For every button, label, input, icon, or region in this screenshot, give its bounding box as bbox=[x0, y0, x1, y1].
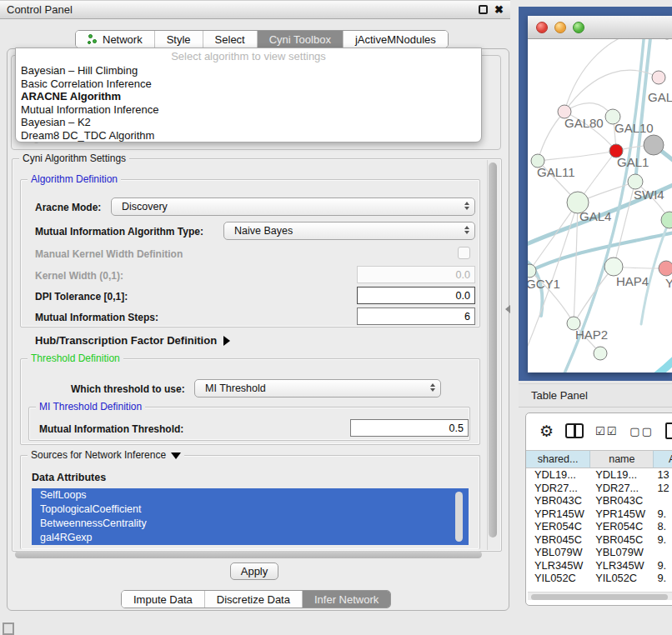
table-cell: YBR045C bbox=[590, 533, 654, 547]
tab-select[interactable]: Select bbox=[203, 31, 258, 48]
which-threshold-combo[interactable]: MI Threshold bbox=[194, 379, 441, 398]
table-panel-titlebar: Table Panel bbox=[519, 383, 672, 408]
node-Y[interactable] bbox=[659, 261, 672, 276]
function-builder-icon[interactable] bbox=[665, 422, 672, 439]
algorithm-option[interactable]: Dream8 DC_TDC Algorithm bbox=[16, 129, 481, 142]
table-cell: YIL052C bbox=[526, 572, 590, 585]
tab-discretize-data[interactable]: Discretize Data bbox=[205, 591, 303, 608]
table-cell: 8. bbox=[654, 520, 672, 533]
data-attribute-item[interactable]: TopologicalCoefficient bbox=[32, 502, 469, 517]
table-rows: YDL19...YDL19...13YDR27...YDR27...12YBR0… bbox=[526, 468, 672, 590]
float-panel-icon[interactable] bbox=[479, 5, 488, 14]
algorithm-option[interactable]: ARACNE Algorithm bbox=[16, 90, 481, 103]
tab-cyni-toolbox[interactable]: Cyni Toolbox bbox=[258, 31, 344, 48]
panel-title: Control Panel bbox=[7, 3, 73, 16]
settings-hscroll-thumb[interactable] bbox=[15, 551, 482, 558]
algorithm-option[interactable]: Bayesian – K2 bbox=[16, 116, 481, 129]
dpi-tolerance-field[interactable]: 0.0 bbox=[357, 287, 475, 304]
tab-network[interactable]: Network bbox=[76, 31, 155, 48]
mi-steps-field[interactable]: 6 bbox=[357, 308, 475, 325]
apply-button[interactable]: Apply bbox=[230, 562, 278, 580]
which-threshold-value: MI Threshold bbox=[205, 382, 266, 394]
tab-impute-data[interactable]: Impute Data bbox=[122, 591, 205, 608]
network-window-titlebar[interactable] bbox=[528, 16, 672, 39]
table-cell: 9. bbox=[654, 533, 672, 547]
zoom-traffic-light-icon[interactable] bbox=[573, 22, 584, 33]
aracne-mode-combo[interactable]: Discovery bbox=[111, 198, 475, 216]
network-window[interactable]: GALGAL80GAL10GAL1GAL11SWI4GAL4GCY1HAP4YH… bbox=[528, 16, 672, 372]
cyni-mode-tabs: Impute DataDiscretize DataInfer Network bbox=[121, 590, 391, 608]
node-label-GAL4: GAL4 bbox=[579, 209, 611, 223]
node-GAL[interactable] bbox=[652, 71, 665, 84]
table-row[interactable]: YBR045CYBR045C9. bbox=[526, 533, 672, 547]
minimize-traffic-light-icon[interactable] bbox=[554, 22, 566, 33]
manual-kernel-label: Manual Kernel Width Definition bbox=[35, 248, 183, 260]
column-header-name[interactable]: name bbox=[590, 450, 654, 468]
network-graph-icon bbox=[88, 34, 98, 45]
table-cell: YER054C bbox=[526, 520, 590, 533]
mi-steps-label: Mutual Information Steps: bbox=[35, 312, 158, 323]
mi-type-combo[interactable]: Naive Bayes bbox=[223, 222, 475, 240]
tab-jactivemnodules[interactable]: jActiveMNodules bbox=[344, 31, 448, 48]
close-traffic-light-icon[interactable] bbox=[536, 22, 548, 33]
hub-definition-toggle[interactable]: Hub/Transcription Factor Definition bbox=[35, 334, 230, 347]
table-row[interactable]: YLR345WYLR345W9. bbox=[526, 559, 672, 572]
mi-type-label: Mutual Information Algorithm Type: bbox=[35, 226, 203, 238]
table-cell: YLR345W bbox=[526, 559, 590, 572]
aracne-mode-value: Discovery bbox=[122, 201, 168, 212]
column-split-icon[interactable] bbox=[565, 423, 584, 438]
combo-stepper-icon bbox=[464, 226, 469, 234]
table-cell: 12 bbox=[654, 482, 672, 495]
table-row[interactable]: YDR27...YDR27...12 bbox=[526, 482, 672, 495]
tab-style[interactable]: Style bbox=[155, 31, 203, 48]
column-header-shared...[interactable]: shared... bbox=[526, 450, 590, 468]
table-row[interactable]: YDL19...YDL19...13 bbox=[526, 468, 672, 482]
node-HAP4[interactable] bbox=[604, 258, 623, 276]
attr-list-scrollbar[interactable] bbox=[455, 492, 463, 542]
data-attributes-list: SelfLoopsTopologicalCoefficientBetweenne… bbox=[32, 488, 469, 548]
table-cell: YDR27... bbox=[590, 482, 654, 495]
node-label-GAL10: GAL10 bbox=[614, 121, 654, 135]
mi-threshold-field[interactable]: 0.5 bbox=[350, 419, 469, 437]
node-unlabeled[interactable] bbox=[661, 212, 672, 228]
table-row[interactable]: YBL079WYBL079W bbox=[526, 546, 672, 559]
table-cell: 9. bbox=[654, 508, 672, 521]
gear-icon[interactable]: ⚙ bbox=[539, 422, 554, 441]
tab-infer-network[interactable]: Infer Network bbox=[303, 591, 390, 608]
data-attribute-item[interactable]: SelfLoops bbox=[32, 488, 469, 502]
dock-square-icon[interactable] bbox=[3, 622, 14, 635]
close-icon[interactable]: ✖ bbox=[494, 5, 504, 14]
table-hscroll-track[interactable] bbox=[528, 592, 672, 600]
select-all-checkboxes-icon[interactable]: ☑☑ bbox=[595, 425, 618, 438]
table-panel-body: ⚙ ☑☑ ▢▢ shared...nameA YDL19...YDL19...1… bbox=[525, 412, 672, 606]
algorithm-option[interactable]: Bayesian – Hill Climbing bbox=[16, 64, 481, 78]
manual-kernel-checkbox[interactable] bbox=[458, 247, 470, 259]
splitter-handle-icon[interactable] bbox=[505, 305, 510, 313]
table-cell: YDR27... bbox=[526, 482, 590, 495]
table-cell: YBR045C bbox=[526, 533, 590, 547]
mi-threshold-title: MI Threshold Definition bbox=[36, 401, 145, 412]
control-panel-tabs: NetworkStyleSelectCyni ToolboxjActiveMNo… bbox=[75, 30, 449, 48]
algorithm-option[interactable]: Mutual Information Inference bbox=[16, 103, 481, 117]
settings-vscroll-thumb[interactable] bbox=[489, 162, 497, 538]
expanded-arrow-icon[interactable] bbox=[171, 452, 181, 459]
node-label-HAP4: HAP4 bbox=[616, 274, 649, 288]
kernel-width-label: Kernel Width (0,1): bbox=[35, 270, 123, 282]
table-row[interactable]: YER054CYER054C8. bbox=[526, 520, 672, 533]
table-cell: YBL079W bbox=[590, 546, 654, 559]
kernel-width-field[interactable]: 0.0 bbox=[357, 266, 475, 283]
data-attribute-item[interactable]: gal4RGexp bbox=[32, 531, 469, 545]
column-header-A[interactable]: A bbox=[654, 450, 672, 468]
table-row[interactable]: YBR043CYBR043C bbox=[526, 494, 672, 508]
dpi-tolerance-label: DPI Tolerance [0,1]: bbox=[35, 291, 128, 302]
node-unlabeled[interactable] bbox=[644, 135, 664, 155]
table-hscroll-thumb[interactable] bbox=[531, 594, 668, 600]
deselect-all-checkboxes-icon[interactable]: ▢▢ bbox=[629, 425, 654, 438]
data-attribute-item[interactable]: BetweennessCentrality bbox=[32, 517, 469, 531]
algorithm-option[interactable]: Basic Correlation Inference bbox=[16, 78, 481, 91]
network-canvas[interactable]: GALGAL80GAL10GAL1GAL11SWI4GAL4GCY1HAP4YH… bbox=[528, 39, 672, 372]
table-row[interactable]: YPR145WYPR145W9. bbox=[526, 508, 672, 521]
node-label-Y: Y bbox=[665, 276, 672, 290]
node-unlabeled[interactable] bbox=[594, 347, 607, 360]
table-row[interactable]: YIL052CYIL052C9. bbox=[526, 572, 672, 585]
